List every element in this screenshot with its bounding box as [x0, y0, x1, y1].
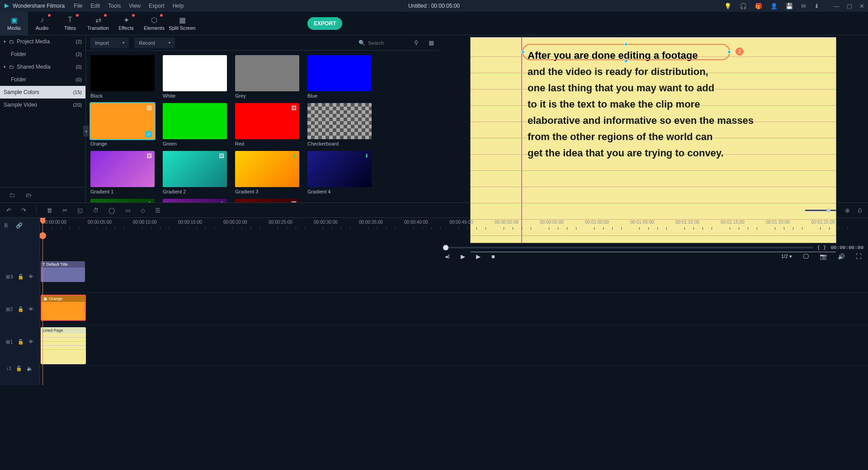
playhead[interactable]	[42, 218, 43, 385]
menu-tools[interactable]: Tools	[108, 3, 121, 9]
swatch-Blue[interactable]: Blue	[307, 55, 372, 99]
menu-view[interactable]: View	[129, 3, 141, 9]
clip-lined-page[interactable]: Lined Page	[41, 327, 86, 364]
swatch-Gradient 2[interactable]: 🖼Gradient 2	[163, 151, 227, 194]
preview-canvas[interactable]: After you are done editing a footageand …	[470, 37, 836, 243]
swatch-14[interactable]: 🖼	[235, 199, 299, 202]
timeline-ruler[interactable]: 00:00:00:0000:00:05:0000:00:10:0000:00:1…	[40, 218, 868, 230]
lock-icon[interactable]: 🔓	[18, 306, 24, 312]
tab-audio[interactable]: ♪Audio	[28, 12, 56, 35]
minimize-icon[interactable]: —	[834, 3, 840, 9]
lock-icon[interactable]: 🔓	[18, 274, 24, 280]
gift-icon[interactable]: 🎁	[755, 3, 762, 9]
tab-media[interactable]: ▣Media	[0, 12, 28, 35]
track-audio-1[interactable]	[40, 366, 868, 385]
menu-edit[interactable]: Edit	[91, 3, 100, 9]
resize-handle[interactable]	[624, 59, 628, 63]
eye-icon[interactable]: 👁	[28, 274, 33, 279]
message-icon[interactable]: ✉	[801, 3, 806, 9]
swatch-name: Grey	[235, 93, 299, 99]
tab-transition[interactable]: ⇄Transition	[84, 12, 112, 35]
tips-icon[interactable]: 💡	[724, 3, 731, 9]
filter-icon[interactable]: ⚲	[414, 39, 419, 46]
eye-icon[interactable]: 👁	[28, 306, 33, 312]
colorwheel-icon[interactable]: ◯	[108, 207, 115, 214]
support-icon[interactable]: 🎧	[740, 3, 747, 9]
tab-transition-label: Transition	[87, 25, 109, 31]
swatch-White[interactable]: White	[163, 55, 227, 99]
keyframe-icon[interactable]: ◇	[141, 207, 145, 214]
lock-icon[interactable]: 🔓	[18, 339, 24, 345]
sidebar-sample-video[interactable]: Sample Video(20)	[0, 99, 85, 111]
resize-handle[interactable]	[624, 42, 628, 46]
menu-help[interactable]: Help	[173, 3, 184, 9]
close-icon[interactable]: ✕	[859, 3, 864, 9]
track-header-a1[interactable]: ♪1🔓🔈	[0, 358, 39, 379]
swatch-Black[interactable]: Black	[90, 55, 155, 99]
zoom-slider[interactable]	[805, 210, 837, 211]
record-dropdown[interactable]: Record▾	[134, 38, 175, 48]
collapse-sidebar-icon[interactable]: ◂	[83, 126, 89, 136]
grid-view-icon[interactable]: ▦	[429, 39, 434, 46]
swatch-12[interactable]: ⬇	[90, 199, 155, 202]
save-icon[interactable]: 💾	[786, 3, 793, 9]
track-header-3[interactable]: ⊞3🔓👁	[0, 260, 39, 293]
sidebar-sample-colors[interactable]: Sample Colors(15)	[0, 86, 85, 99]
crop-icon[interactable]: ◱	[77, 207, 83, 214]
menu-file[interactable]: File	[74, 3, 82, 9]
clip-default-title[interactable]: TDefault Title	[41, 261, 85, 282]
speed-icon[interactable]: ⏱	[93, 207, 99, 214]
swatch-Green[interactable]: Green	[163, 103, 227, 146]
track-header-2[interactable]: ⊞2🔓👁	[0, 293, 39, 325]
export-button[interactable]: EXPORT	[307, 17, 342, 30]
zoom-in-icon[interactable]: ⊕	[845, 207, 850, 214]
tab-effects[interactable]: ✦Effects	[112, 12, 140, 35]
swatch-Gradient 1[interactable]: 🖼Gradient 1	[90, 151, 155, 194]
sidebar-shared-media[interactable]: ▾🗀Shared Media(0)	[0, 61, 85, 73]
swatch-Red[interactable]: 🖼Red	[235, 103, 299, 146]
lock-icon[interactable]: 🔓	[16, 366, 22, 371]
mute-icon[interactable]: 🔈	[27, 366, 33, 371]
track-header-1[interactable]: ⊞1🔓👁	[0, 325, 39, 358]
list-icon[interactable]: ☰	[155, 207, 160, 214]
clip-orange[interactable]: ▣Orange 1	[41, 295, 86, 321]
track-link-icon[interactable]: 🔗	[16, 222, 23, 229]
import-dropdown[interactable]: Import▾	[90, 38, 129, 48]
delete-icon[interactable]: 🗑	[47, 207, 52, 214]
tab-media-label: Media	[7, 25, 21, 31]
track-3[interactable]: TDefault Title	[40, 260, 868, 293]
sidebar-folder-2[interactable]: Folder(0)	[0, 73, 85, 86]
track-1[interactable]: Lined Page	[40, 325, 868, 366]
resize-handle[interactable]	[521, 50, 525, 54]
greenscreen-icon[interactable]: ▭	[125, 207, 131, 214]
tab-splitscreen[interactable]: ▦Split Screen	[168, 12, 196, 35]
cut-icon[interactable]: ✂	[62, 207, 67, 214]
search-input[interactable]	[368, 40, 404, 46]
download-icon[interactable]: ⬇	[814, 3, 819, 9]
open-folder-icon[interactable]: 🗀	[9, 192, 15, 198]
sidebar-folder-1[interactable]: Folder(2)	[0, 48, 85, 61]
swatch-13[interactable]: ⬇	[163, 199, 227, 202]
maximize-icon[interactable]: ▢	[847, 3, 852, 9]
redo-icon[interactable]: ↷	[21, 207, 26, 214]
tab-titles[interactable]: TTitles	[56, 12, 84, 35]
swatch-Checkerboard[interactable]: Checkerboard	[307, 103, 372, 146]
tab-elements[interactable]: ⬡Elements	[140, 12, 168, 35]
sidebar-project-media[interactable]: ▾🗀Project Media(2)	[0, 35, 85, 48]
resize-handle[interactable]	[727, 50, 731, 54]
new-folder-icon[interactable]: 🗁	[26, 192, 32, 198]
account-icon[interactable]: 👤	[770, 3, 778, 9]
eye-icon[interactable]: 👁	[28, 339, 33, 344]
swatch-Grey[interactable]: Grey	[235, 55, 299, 99]
ruler-tick: 00:00:40:00	[404, 220, 428, 225]
track-2[interactable]: ▣Orange 1	[40, 293, 868, 325]
undo-icon[interactable]: ↶	[6, 207, 11, 214]
swatch-Gradient 4[interactable]: ⬇Gradient 4	[307, 151, 372, 194]
fit-icon[interactable]: ⎙	[858, 207, 862, 214]
ruler-tick: 00:01:05:00	[630, 220, 654, 225]
swatch-Gradient 3[interactable]: ⬇Gradient 3	[235, 151, 299, 194]
swatch-Orange[interactable]: 🖼✓Orange	[90, 103, 155, 146]
search-box[interactable]: 🔍	[359, 40, 404, 46]
menu-export[interactable]: Export	[149, 3, 165, 9]
track-pin-icon[interactable]: ⎘	[5, 222, 8, 229]
